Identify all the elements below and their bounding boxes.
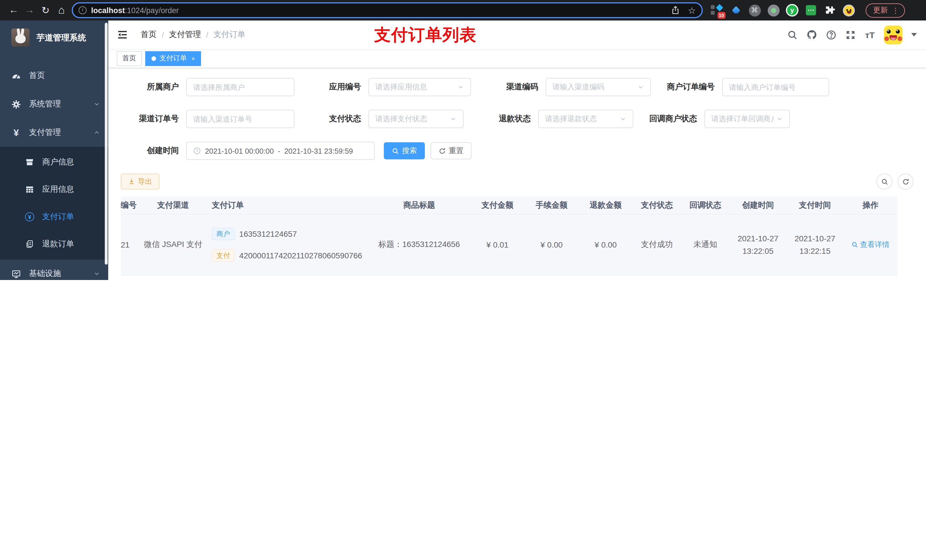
date-range-separator: - <box>278 146 280 155</box>
sidebar-item-refund-order[interactable]: 退款订单 <box>0 231 108 258</box>
tab-pay-order[interactable]: 支付订单 × <box>145 51 201 66</box>
date-range-end: 2021-10-31 23:59:59 <box>284 146 353 155</box>
notify-status-select[interactable]: 请选择订单回调商户状态 <box>705 110 790 128</box>
reset-button[interactable]: 重置 <box>431 142 472 159</box>
filter-label-refund-status: 退款状态 <box>464 114 538 124</box>
sidebar-item-app-info[interactable]: 应用信息 <box>0 176 108 203</box>
app-title: 芋道管理系统 <box>36 32 86 43</box>
pay-tag: 支付 <box>212 249 235 262</box>
create-time-range-picker[interactable]: 2021-10-01 00:00:00 - 2021-10-31 23:59:5… <box>186 142 375 160</box>
breadcrumb: 首页 / 支付管理 / 支付订单 <box>141 30 245 40</box>
merchant-select[interactable] <box>186 78 294 96</box>
site-info-icon[interactable]: i <box>79 6 86 14</box>
col-actions: 操作 <box>843 200 897 210</box>
fullscreen-icon[interactable] <box>845 29 856 40</box>
refresh-button[interactable] <box>897 174 914 190</box>
search-button-label: 搜索 <box>402 146 417 156</box>
chevron-down-icon <box>94 270 100 277</box>
filter-label-app: 应用编号 <box>294 82 368 92</box>
search-icon[interactable] <box>787 29 798 40</box>
sidebar-item-label: 系统管理 <box>29 99 61 109</box>
forward-icon[interactable]: → <box>22 5 38 16</box>
col-title: 商品标题 <box>368 200 471 210</box>
sidebar-item-system[interactable]: 系统管理 <box>0 90 108 118</box>
breadcrumb-pay[interactable]: 支付管理 <box>169 30 201 40</box>
sidebar-item-home[interactable]: 首页 <box>0 62 108 90</box>
clock-icon <box>193 147 201 155</box>
back-icon[interactable]: ← <box>6 5 22 16</box>
extension-badge: 10 <box>717 12 726 19</box>
export-button-label: 导出 <box>138 177 152 186</box>
pay-time: 13:22:15 <box>800 245 831 258</box>
sidebar-item-infra[interactable]: 基础设施 <box>0 260 108 280</box>
share-icon[interactable] <box>670 6 680 15</box>
logo-row[interactable]: 芋道管理系统 <box>0 21 108 54</box>
table-row: 20 微信 JSAPI 支付 商户1635311949168 支付4200001… <box>121 275 897 280</box>
chevron-down-icon <box>776 116 783 122</box>
bookmark-star-icon[interactable]: ☆ <box>688 5 696 16</box>
toggle-search-button[interactable] <box>876 174 893 190</box>
url-path: :1024/pay/order <box>125 6 179 15</box>
cell-notify-status: 未通知 <box>681 240 729 250</box>
extension-chat-icon[interactable] <box>805 4 817 17</box>
export-button[interactable]: 导出 <box>121 174 159 190</box>
table-row: 21 微信 JSAPI 支付 商户1635312124657 支付4200001… <box>121 214 897 275</box>
sidebar-item-pay[interactable]: ¥ 支付管理 <box>0 118 108 147</box>
breadcrumb-current: 支付订单 <box>213 30 245 40</box>
extensions-puzzle-icon[interactable] <box>823 4 836 17</box>
filter-label-merchant-order-no: 商户订单编号 <box>651 82 722 92</box>
extension-record-icon[interactable] <box>767 4 780 17</box>
help-icon[interactable] <box>826 29 837 40</box>
extension-command-icon[interactable]: ⌘ <box>748 4 761 17</box>
merchant-order-no-input[interactable] <box>729 83 822 91</box>
search-button[interactable]: 搜索 <box>384 142 425 159</box>
breadcrumb-home[interactable]: 首页 <box>141 30 157 40</box>
sidebar-item-merchant-info[interactable]: 商户信息 <box>0 148 108 176</box>
refund-status-select[interactable]: 请选择退款状态 <box>538 110 633 128</box>
sidebar-item-pay-order[interactable]: ¥ 支付订单 <box>0 203 108 231</box>
breadcrumb-separator: / <box>206 30 209 39</box>
home-icon[interactable]: ⌂ <box>53 4 70 17</box>
grid-icon <box>25 185 34 194</box>
browser-update-button[interactable]: 更新 ⋮ <box>865 3 905 17</box>
page-content: 所属商户 应用编号 请选择应用信息 渠道编码 请输入渠道编码 商户订单编号 渠道… <box>108 68 926 280</box>
col-pay-status: 支付状态 <box>633 200 681 210</box>
tab-close-icon[interactable]: × <box>191 55 195 62</box>
order-table: 编号 支付渠道 支付订单 商品标题 支付金额 手续金额 退款金额 支付状态 回调… <box>121 196 897 280</box>
pay-order-icon: ¥ <box>25 212 34 221</box>
view-detail-link[interactable]: 查看详情 <box>851 240 890 250</box>
browser-menu-icon[interactable]: ⋮ <box>892 6 899 15</box>
extension-kite-icon[interactable] <box>729 4 742 17</box>
pay-status-select[interactable]: 请选择支付状态 <box>368 110 464 128</box>
font-size-icon[interactable]: тT <box>864 29 875 40</box>
sidebar-item-label: 首页 <box>29 71 45 81</box>
sidebar-scrollbar[interactable] <box>105 23 107 265</box>
cell-refund: ¥ 0.00 <box>579 240 633 249</box>
create-date: 2021-10-27 <box>737 232 778 245</box>
extension-y-icon[interactable]: y <box>786 4 799 17</box>
merchant-order-no: 1635312124657 <box>239 229 297 238</box>
logo-image <box>11 29 30 47</box>
caret-down-icon[interactable] <box>911 33 917 36</box>
avatar[interactable] <box>884 25 903 44</box>
tab-home[interactable]: 首页 <box>117 51 142 66</box>
col-fee: 手续金额 <box>525 200 579 210</box>
url-host: localhost <box>91 6 125 15</box>
github-icon[interactable] <box>806 29 817 40</box>
channel-code-select[interactable]: 请输入渠道编码 <box>546 78 651 96</box>
chevron-down-icon <box>620 116 626 122</box>
address-bar[interactable]: i localhost:1024/pay/order ☆ <box>72 2 703 18</box>
merchant-order-no-field[interactable] <box>722 78 829 96</box>
menu-fold-icon[interactable] <box>117 29 128 41</box>
filter-label-merchant: 所属商户 <box>121 82 186 92</box>
extension-emoji-icon[interactable] <box>842 4 855 17</box>
pay-date: 2021-10-27 <box>794 232 835 245</box>
reload-icon[interactable]: ↻ <box>38 4 53 16</box>
extension-raycast-icon[interactable]: 10 <box>711 4 723 17</box>
merchant-input[interactable] <box>193 83 287 91</box>
app-select[interactable]: 请选择应用信息 <box>368 78 471 96</box>
channel-order-no-input[interactable] <box>193 115 287 123</box>
sidebar-item-label: 商户信息 <box>42 157 74 167</box>
channel-order-no-field[interactable] <box>186 110 294 128</box>
sidebar-item-label: 支付管理 <box>29 127 61 138</box>
